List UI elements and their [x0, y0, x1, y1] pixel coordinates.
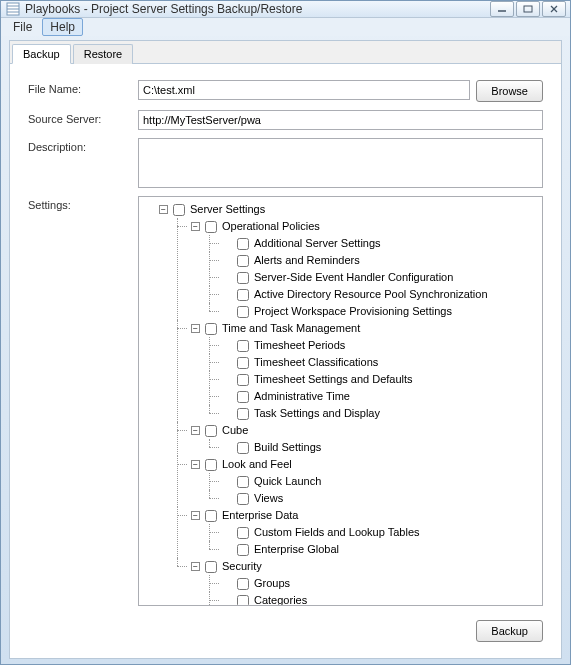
- expander-spacer: [223, 290, 232, 299]
- tree-node-label[interactable]: Server-Side Event Handler Configuration: [254, 269, 453, 286]
- tree-node-label[interactable]: Server Settings: [190, 201, 265, 218]
- tab-backup[interactable]: Backup: [12, 44, 71, 64]
- backup-button[interactable]: Backup: [476, 620, 543, 642]
- tree-checkbox[interactable]: [205, 510, 217, 522]
- tree-checkbox[interactable]: [237, 595, 249, 607]
- tree-node-label[interactable]: Views: [254, 490, 283, 507]
- tree-node-label[interactable]: Timesheet Classifications: [254, 354, 378, 371]
- tree-node-label[interactable]: Administrative Time: [254, 388, 350, 405]
- tree-checkbox[interactable]: [237, 238, 249, 250]
- maximize-button[interactable]: [516, 1, 540, 17]
- app-window: Playbooks - Project Server Settings Back…: [0, 0, 571, 665]
- tree-node-label[interactable]: Security: [222, 558, 262, 575]
- tree-node-label[interactable]: Enterprise Data: [222, 507, 298, 524]
- expander-spacer: [223, 358, 232, 367]
- tree-checkbox[interactable]: [205, 323, 217, 335]
- expander-spacer: [223, 239, 232, 248]
- source-server-input[interactable]: [138, 110, 543, 130]
- expander-icon[interactable]: −: [159, 205, 168, 214]
- tree-node-label[interactable]: Quick Launch: [254, 473, 321, 490]
- browse-button[interactable]: Browse: [476, 80, 543, 102]
- tree-node-label[interactable]: Task Settings and Display: [254, 405, 380, 422]
- tree-checkbox[interactable]: [237, 476, 249, 488]
- tree-node-label[interactable]: Timesheet Periods: [254, 337, 345, 354]
- tree-checkbox[interactable]: [237, 391, 249, 403]
- footer: Backup: [28, 614, 543, 642]
- tree-node-label[interactable]: Categories: [254, 592, 307, 606]
- expander-spacer: [223, 273, 232, 282]
- expander-icon[interactable]: −: [191, 324, 200, 333]
- row-file-name: File Name: Browse: [28, 80, 543, 102]
- tree-checkbox[interactable]: [237, 527, 249, 539]
- label-description: Description:: [28, 138, 128, 153]
- label-source-server: Source Server:: [28, 110, 128, 125]
- content-panel: Backup Restore File Name: Browse Source …: [9, 40, 562, 659]
- expander-spacer: [223, 579, 232, 588]
- tree-checkbox[interactable]: [205, 221, 217, 233]
- tree-checkbox[interactable]: [237, 442, 249, 454]
- tree-node-label[interactable]: Cube: [222, 422, 248, 439]
- description-input[interactable]: [138, 138, 543, 188]
- window-controls: [490, 1, 566, 17]
- tree-checkbox[interactable]: [237, 340, 249, 352]
- tree-checkbox[interactable]: [205, 459, 217, 471]
- expander-spacer: [223, 392, 232, 401]
- expander-icon[interactable]: −: [191, 222, 200, 231]
- app-icon: [5, 1, 21, 17]
- expander-icon[interactable]: −: [191, 511, 200, 520]
- tree-checkbox[interactable]: [237, 578, 249, 590]
- expander-spacer: [223, 528, 232, 537]
- tree-node-label[interactable]: Timesheet Settings and Defaults: [254, 371, 413, 388]
- label-file-name: File Name:: [28, 80, 128, 95]
- tree-node-label[interactable]: Active Directory Resource Pool Synchroni…: [254, 286, 488, 303]
- expander-icon[interactable]: −: [191, 562, 200, 571]
- expander-spacer: [223, 307, 232, 316]
- tree-checkbox[interactable]: [237, 306, 249, 318]
- tab-restore[interactable]: Restore: [73, 44, 134, 64]
- expander-icon[interactable]: −: [191, 426, 200, 435]
- menu-file[interactable]: File: [5, 18, 40, 36]
- menu-help[interactable]: Help: [42, 18, 83, 36]
- expander-icon[interactable]: −: [191, 460, 200, 469]
- tree-node-label[interactable]: Groups: [254, 575, 290, 592]
- tree-checkbox[interactable]: [237, 255, 249, 267]
- row-description: Description:: [28, 138, 543, 188]
- tree-checkbox[interactable]: [205, 425, 217, 437]
- tree-checkbox[interactable]: [237, 408, 249, 420]
- tabstrip: Backup Restore: [10, 41, 561, 64]
- tree-checkbox[interactable]: [237, 493, 249, 505]
- tree-node-label[interactable]: Operational Policies: [222, 218, 320, 235]
- expander-spacer: [223, 596, 232, 605]
- tree-node-label[interactable]: Alerts and Reminders: [254, 252, 360, 269]
- tree-node-label[interactable]: Project Workspace Provisioning Settings: [254, 303, 452, 320]
- label-settings: Settings:: [28, 196, 128, 211]
- titlebar: Playbooks - Project Server Settings Back…: [1, 1, 570, 18]
- tree-node-label[interactable]: Additional Server Settings: [254, 235, 381, 252]
- window-title: Playbooks - Project Server Settings Back…: [25, 2, 490, 16]
- close-button[interactable]: [542, 1, 566, 17]
- expander-spacer: [223, 409, 232, 418]
- expander-spacer: [223, 494, 232, 503]
- expander-spacer: [223, 477, 232, 486]
- tree-checkbox[interactable]: [205, 561, 217, 573]
- settings-tree[interactable]: −Server Settings−Operational PoliciesAdd…: [138, 196, 543, 606]
- tree-checkbox[interactable]: [237, 357, 249, 369]
- minimize-button[interactable]: [490, 1, 514, 17]
- tree-checkbox[interactable]: [237, 289, 249, 301]
- tree-node-label[interactable]: Look and Feel: [222, 456, 292, 473]
- svg-rect-5: [524, 6, 532, 12]
- tree-node-label[interactable]: Build Settings: [254, 439, 321, 456]
- tree-node-label[interactable]: Time and Task Management: [222, 320, 360, 337]
- tree-checkbox[interactable]: [237, 272, 249, 284]
- tree-node-label[interactable]: Enterprise Global: [254, 541, 339, 558]
- file-name-input[interactable]: [138, 80, 470, 100]
- expander-spacer: [223, 443, 232, 452]
- expander-spacer: [223, 375, 232, 384]
- tree-node-label[interactable]: Custom Fields and Lookup Tables: [254, 524, 420, 541]
- tab-body-backup: File Name: Browse Source Server: Descrip…: [10, 64, 561, 658]
- menubar: File Help: [1, 18, 570, 36]
- tree-checkbox[interactable]: [237, 374, 249, 386]
- tree-checkbox[interactable]: [173, 204, 185, 216]
- tree-checkbox[interactable]: [237, 544, 249, 556]
- expander-spacer: [223, 341, 232, 350]
